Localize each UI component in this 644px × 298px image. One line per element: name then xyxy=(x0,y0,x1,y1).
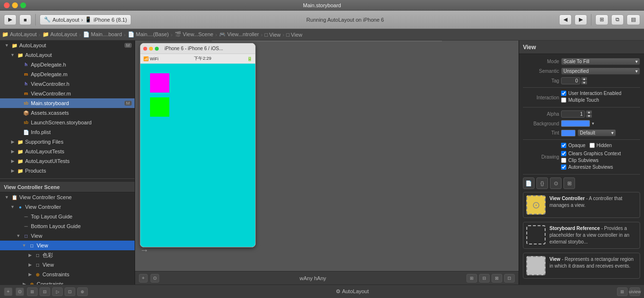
sidebar-item-autolayout-ui-tests[interactable]: ▶ 📁 AutoLayoutUITests xyxy=(0,156,135,166)
tag-stepper[interactable]: ▲ ▼ xyxy=(581,77,587,84)
tag-down-button[interactable]: ▼ xyxy=(581,81,587,84)
iphone-time: 下午2:29 xyxy=(194,55,211,62)
bottom-control-4[interactable]: ⊡ xyxy=(65,287,75,296)
background-picker[interactable]: ▾ xyxy=(561,120,640,127)
sidebar-item-view-parent[interactable]: ▼ □ View xyxy=(0,231,135,241)
size-control-4[interactable]: ⊡ xyxy=(504,274,515,283)
tag-value[interactable]: 0 xyxy=(561,77,580,84)
sidebar-item-viewcontroller-h[interactable]: h ViewController.h xyxy=(0,79,135,89)
crumb-autolayout-1[interactable]: 📁 AutoLayout xyxy=(2,31,37,38)
alpha-down-button[interactable]: ▼ xyxy=(586,114,592,118)
opaque-checkbox[interactable] xyxy=(561,143,566,148)
canvas-zoom-button[interactable]: ⊙ xyxy=(151,274,159,283)
user-interaction-checkbox[interactable] xyxy=(561,91,566,96)
crumb-view-2[interactable]: □ View xyxy=(286,32,302,38)
crumb-view-scene[interactable]: 🎬 View...Scene xyxy=(175,31,213,38)
sidebar-item-appdelegate-m[interactable]: m AppDelegate.m xyxy=(0,69,135,79)
minimize-button[interactable] xyxy=(12,2,18,8)
bottom-right-2[interactable]: uiview xyxy=(630,287,640,296)
alpha-stepper[interactable]: ▲ ▼ xyxy=(586,110,592,118)
nav-back-button[interactable]: ◀ xyxy=(559,14,572,25)
iphone-min-dot xyxy=(149,47,153,51)
inspector-tab-1[interactable]: 📄 xyxy=(523,177,534,189)
sidebar-item-constraints[interactable]: ▶ ⊕ Constraints xyxy=(0,279,135,284)
multiple-touch-checkbox[interactable] xyxy=(561,97,566,103)
sidebar-item-appdelegate-h[interactable]: h AppDelegate.h xyxy=(0,60,135,69)
breadcrumb[interactable]: 📁 AutoLayout › 📁 AutoLayout › 📄 Main....… xyxy=(2,31,302,38)
crumb-main-base[interactable]: 📄 Main....(Base) xyxy=(128,31,169,38)
bottom-right-1[interactable]: ⊞ xyxy=(617,287,628,296)
crumb-main-board[interactable]: 📄 Main....board xyxy=(83,31,122,38)
sidebar-item-supporting-files[interactable]: ▶ 📁 Supporting Files xyxy=(0,137,135,147)
traffic-lights xyxy=(4,2,26,8)
sidebar-item-bottom-layout-guide[interactable]: ─ Bottom Layout Guide xyxy=(0,221,135,231)
hidden-checkbox[interactable] xyxy=(589,143,595,148)
sidebar-item-view-controller[interactable]: ▼ ● View Controller xyxy=(0,202,135,212)
mode-select[interactable]: Scale To Fill ▾ xyxy=(561,58,640,65)
inspector-tab-3[interactable]: ⊙ xyxy=(550,177,562,189)
sidebar-item-label: AutoLayout xyxy=(19,42,46,48)
nav-forward-button[interactable]: ▶ xyxy=(575,14,587,25)
size-control-1[interactable]: ⊞ xyxy=(466,274,477,283)
semantic-select[interactable]: Unspecified ▾ xyxy=(561,68,640,75)
clip-subviews-checkbox[interactable] xyxy=(561,158,566,163)
crumb-view-controller[interactable]: 🎮 View...ntroller xyxy=(219,31,259,38)
maximize-button[interactable] xyxy=(20,2,26,8)
tag-up-button[interactable]: ▲ xyxy=(581,77,587,81)
sidebar-item-main-storyboard[interactable]: sb Main.storyboard M xyxy=(0,98,135,108)
size-control-3[interactable]: ⊠ xyxy=(492,274,502,283)
alpha-input[interactable]: 1 ▲ ▼ xyxy=(561,110,640,118)
alpha-up-button[interactable]: ▲ xyxy=(586,110,592,114)
bottom-add-button[interactable]: + xyxy=(4,287,13,296)
bottom-circle-button[interactable]: ⊙ xyxy=(15,287,24,296)
editor-split-button[interactable]: ⧉ xyxy=(611,14,624,25)
sidebar-item-constraints-parent[interactable]: ▶ ⊕ Constraints xyxy=(0,270,135,279)
view-icon: □ xyxy=(28,242,35,249)
bottom-control-5[interactable]: ⊕ xyxy=(77,287,88,296)
background-color-swatch[interactable] xyxy=(561,120,590,127)
layout-toggle-button[interactable]: ⊞ xyxy=(595,14,608,25)
tint-color-swatch[interactable] xyxy=(561,130,575,136)
bottom-control-3[interactable]: ▷ xyxy=(52,287,63,296)
sidebar-item-products[interactable]: ▶ 📁 Products xyxy=(0,166,135,176)
sidebar-item-assets[interactable]: 📦 Assets.xcassets xyxy=(0,108,135,118)
panels-button[interactable]: ▤ xyxy=(627,14,640,25)
sidebar-item-info-plist[interactable]: 📄 Info.plist xyxy=(0,127,135,137)
autoresize-subviews-checkbox[interactable] xyxy=(561,164,566,170)
user-interaction-row: User Interaction Enabled xyxy=(561,91,640,96)
sidebar-item-top-layout-guide[interactable]: ─ Top Layout Guide xyxy=(0,212,135,221)
stop-button[interactable]: ■ xyxy=(19,14,31,25)
iphone-simulator[interactable]: iPhone 6 - iPhone 6 / iOS... 📶 WiFi 下午2:… xyxy=(140,43,256,247)
clears-graphics-checkbox[interactable] xyxy=(561,151,566,156)
multiple-touch-label: Multiple Touch xyxy=(568,97,599,103)
sidebar-item-autolayout-root[interactable]: ▼ 📁 AutoLayout M xyxy=(0,41,135,50)
canvas-add-button[interactable]: + xyxy=(139,274,148,283)
sidebar-item-view-sub[interactable]: ▶ □ View xyxy=(0,260,135,270)
scheme-selector[interactable]: 🔧 AutoLayout › 📱 iPhone 6 (8.1) xyxy=(40,14,131,25)
tint-select[interactable]: Default ▾ xyxy=(577,129,616,136)
sidebar-item-autolayout-child[interactable]: ▼ 📁 AutoLayout xyxy=(0,50,135,60)
arrow-icon: ▶ xyxy=(10,168,15,173)
crumb-autolayout-2[interactable]: 📁 AutoLayout xyxy=(42,31,77,38)
sidebar-item-launchscreen[interactable]: sb LaunchScreen.storyboard xyxy=(0,118,135,127)
clip-subviews-row: Clip Subviews xyxy=(561,158,640,163)
run-button[interactable]: ▶ xyxy=(4,14,16,25)
sidebar-item-color1[interactable]: ▶ □ 色彩 xyxy=(0,250,135,260)
sidebar-item-label: LaunchScreen.storyboard xyxy=(31,120,92,125)
size-control-2[interactable]: ⊟ xyxy=(479,274,490,283)
bottom-control-2[interactable]: ⊟ xyxy=(40,287,50,296)
sidebar-item-autolayout-tests[interactable]: ▶ 📁 AutoLayoutTests xyxy=(0,147,135,156)
sidebar-item-view-controller-scene[interactable]: ▼ 📋 View Controller Scene xyxy=(0,192,135,202)
inspector-tab-4[interactable]: ⊞ xyxy=(563,177,575,189)
tint-picker[interactable]: Default ▾ xyxy=(561,129,640,136)
sidebar-item-viewcontroller-m[interactable]: m ViewController.m xyxy=(0,89,135,98)
alpha-value[interactable]: 1 xyxy=(561,110,585,118)
clears-graphics-label: Clears Graphics Context xyxy=(568,151,621,156)
crumb-view-1[interactable]: □ View xyxy=(264,32,280,38)
canvas-area[interactable]: Top Layout Guide Bottom Layout Guide Sto… xyxy=(135,41,519,284)
bottom-control-1[interactable]: ⊞ xyxy=(27,287,38,296)
inspector-tab-2[interactable]: {} xyxy=(536,177,548,189)
close-button[interactable] xyxy=(4,2,10,8)
sidebar-item-view-main[interactable]: ▼ □ View xyxy=(0,241,135,250)
tag-input[interactable]: 0 ▲ ▼ xyxy=(561,77,640,84)
